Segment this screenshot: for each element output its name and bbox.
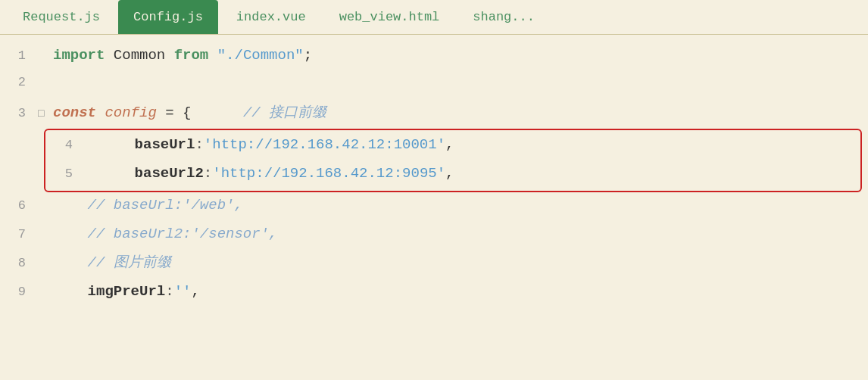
code-content: imgPreUrl:'', bbox=[53, 279, 868, 304]
code-line-9: 9 imgPreUrl:'', bbox=[0, 279, 868, 307]
code-content: // baseUrl:'/web', bbox=[53, 192, 868, 218]
line-number: 7 bbox=[0, 223, 38, 247]
line-number: 5 bbox=[52, 163, 85, 186]
code-content: baseUrl2:'http://192.168.42.12:9095', bbox=[100, 160, 860, 186]
code-line-5: 5 baseUrl2:'http://192.168.42.12:9095', bbox=[45, 160, 860, 189]
line-number: 1 bbox=[0, 45, 38, 68]
line-number: 9 bbox=[0, 281, 38, 304]
tab-webview[interactable]: web_view.html bbox=[324, 0, 455, 34]
fold-icon[interactable]: □ bbox=[38, 104, 53, 123]
code-content: import Common from "./Common"; bbox=[53, 42, 868, 68]
tab-request[interactable]: Request.js bbox=[8, 0, 115, 34]
tab-config[interactable]: Config.js bbox=[118, 0, 218, 34]
code-content: const config = { // 接口前缀 bbox=[53, 100, 868, 126]
code-content: baseUrl:'http://192.168.42.12:10001', bbox=[100, 132, 860, 157]
tab-bar: Request.jsConfig.jsindex.vueweb_view.htm… bbox=[0, 0, 868, 35]
tab-index[interactable]: index.vue bbox=[221, 0, 321, 34]
code-line-4: 4 baseUrl:'http://192.168.42.12:10001', bbox=[45, 132, 860, 160]
line-number: 4 bbox=[52, 134, 85, 157]
code-line-3: 3□const config = { // 接口前缀 bbox=[0, 100, 868, 129]
tab-shang[interactable]: shang... bbox=[457, 0, 550, 34]
line-number: 2 bbox=[0, 71, 38, 95]
code-line-1: 1import Common from "./Common"; bbox=[0, 42, 868, 71]
code-line-2: 2 bbox=[0, 71, 868, 100]
highlight-box: 4 baseUrl:'http://192.168.42.12:10001',5… bbox=[44, 129, 862, 192]
code-line-8: 8 // 图片前缀 bbox=[0, 250, 868, 279]
line-number: 6 bbox=[0, 195, 38, 218]
code-line-7: 7 // baseUrl2:'/sensor', bbox=[0, 221, 868, 250]
code-content: // 图片前缀 bbox=[53, 250, 868, 276]
code-content: // baseUrl2:'/sensor', bbox=[53, 221, 868, 247]
line-number: 8 bbox=[0, 252, 38, 276]
code-line-6: 6 // baseUrl:'/web', bbox=[0, 192, 868, 221]
code-area: 1import Common from "./Common";23□const … bbox=[0, 35, 868, 315]
line-number: 3 bbox=[0, 102, 38, 126]
